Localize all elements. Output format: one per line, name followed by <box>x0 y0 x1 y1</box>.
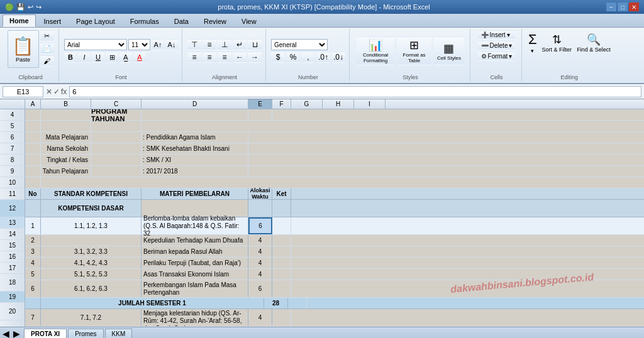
align-middle-button[interactable]: ≡ <box>203 39 216 50</box>
cell-d4[interactable] <box>142 109 248 120</box>
font-color-button[interactable]: A <box>133 52 146 63</box>
cell-ket-2[interactable] <box>272 235 291 246</box>
insert-cells-button[interactable]: ➕ Insert▾ <box>478 30 516 40</box>
paste-button[interactable]: 📋 Paste <box>8 30 39 68</box>
cell-no-2[interactable]: 2 <box>25 235 41 246</box>
cell-no-4[interactable]: 4 <box>25 258 41 268</box>
cell-materi-4[interactable]: Perilaku Terpuji (Taubat, dan Raja') <box>142 258 248 268</box>
font-size-select[interactable]: 11 <box>128 39 150 50</box>
cell-a6[interactable] <box>25 132 41 143</box>
cell-materi-7[interactable]: Menjaga kelestarian hidup (QS. Ar-Rūm: 4… <box>142 309 248 326</box>
tab-data[interactable]: Data <box>167 15 196 27</box>
cell-no-header[interactable]: No <box>25 188 41 199</box>
cell-standar-7[interactable]: 7.1, 7.2 <box>41 309 142 326</box>
cell-no-1[interactable]: 1 <box>25 217 41 234</box>
number-format-select[interactable]: General <box>271 39 328 50</box>
border-button[interactable]: ⊞ <box>106 52 118 63</box>
cell-d7-value[interactable]: : SMK Kesehatan Bhakti Insani <box>142 143 248 154</box>
cell-rest7[interactable] <box>248 143 644 154</box>
tab-view[interactable]: View <box>235 15 264 27</box>
cell-standar-6[interactable]: 6.1, 6.2, 6.3 <box>41 280 142 297</box>
cell-c6[interactable] <box>91 132 142 143</box>
cell-no-5[interactable]: 5 <box>25 269 41 280</box>
cell-a9[interactable] <box>25 166 41 177</box>
sheet-tab-prota[interactable]: PROTA XI <box>24 329 67 339</box>
percent-button[interactable]: % <box>286 52 300 63</box>
cell-materi-2[interactable]: Kepedulian Terhadap Kaum Dhuafa <box>142 235 248 246</box>
tab-formulas[interactable]: Formulas <box>123 15 166 27</box>
cell-a10[interactable] <box>25 177 41 188</box>
cell-rest16[interactable] <box>291 258 644 268</box>
indent-decrease-button[interactable]: ← <box>233 52 247 63</box>
cell-alokasi-7[interactable]: 4 <box>248 309 272 326</box>
cell-jumlah-value[interactable]: 28 <box>264 298 288 308</box>
cell-materi-1[interactable]: Berlomba-lomba dalam kebaikan (Q.S. Al B… <box>142 217 248 234</box>
cell-rest6[interactable] <box>248 132 644 143</box>
align-bottom-button[interactable]: ⊥ <box>218 39 231 50</box>
cell-ket-7[interactable] <box>272 309 291 326</box>
col-header-h[interactable]: H <box>323 99 354 109</box>
cell-rest12[interactable] <box>291 200 644 217</box>
cell-rest11[interactable] <box>291 188 644 199</box>
sheet-tab-kkm[interactable]: KKM <box>105 329 133 339</box>
cell-alokasi-4[interactable]: 4 <box>248 258 272 268</box>
align-top-button[interactable]: ⊤ <box>187 39 201 50</box>
decrease-decimal-button[interactable]: .0↓ <box>331 52 345 63</box>
format-as-table-button[interactable]: ⊞ Format as Table <box>397 36 431 65</box>
cell-rest10[interactable] <box>41 177 644 188</box>
confirm-formula-icon[interactable]: ✓ <box>53 87 60 96</box>
cell-jumlah-label[interactable]: JUMLAH SEMESTER 1 <box>41 298 264 308</box>
cell-reference-input[interactable] <box>3 86 43 97</box>
cell-a5[interactable] <box>25 121 41 131</box>
cell-c7[interactable] <box>91 143 142 154</box>
cell-alokasi-3[interactable]: 4 <box>248 246 272 257</box>
col-header-a[interactable]: A <box>25 99 41 109</box>
underline-button[interactable]: U <box>92 52 104 63</box>
cell-alokasi-1-selected[interactable]: 6 <box>248 217 272 234</box>
tab-page-layout[interactable]: Page Layout <box>69 15 122 27</box>
cell-standar-2[interactable] <box>41 235 142 246</box>
cell-b8-label[interactable]: Tingkat / Kelas <box>41 155 91 165</box>
cell-kompetensi-header[interactable]: KOMPETENSI DASAR <box>41 200 142 217</box>
col-header-d[interactable]: D <box>142 99 248 109</box>
minimize-button[interactable]: − <box>606 3 616 11</box>
cell-ket-1[interactable] <box>272 217 291 234</box>
copy-button[interactable]: 📄 <box>40 43 54 54</box>
fill-color-button[interactable]: A̲ <box>119 52 132 63</box>
cell-rest17[interactable] <box>291 269 644 280</box>
format-painter-button[interactable]: 🖌 <box>40 55 54 67</box>
increase-font-button[interactable]: A↑ <box>152 39 164 50</box>
quick-undo[interactable]: ↩ <box>28 3 33 11</box>
cell-rest18[interactable] <box>291 280 644 297</box>
autosum-button[interactable]: Σ▾ <box>527 30 538 55</box>
cell-standar-5[interactable]: 5.1, 5.2, 5.3 <box>41 269 142 280</box>
cell-c8[interactable] <box>91 155 142 165</box>
cell-ket-6[interactable] <box>272 280 291 297</box>
cell-rest13[interactable] <box>291 217 644 234</box>
cut-button[interactable]: ✂ <box>40 30 54 41</box>
cell-materi-6[interactable]: Perkembangan Islam Pada Masa Pertengahan <box>142 280 248 297</box>
cell-alokasi-header[interactable]: AlokasiWaktu <box>248 188 272 199</box>
quick-save[interactable]: 💾 <box>16 3 25 11</box>
bold-button[interactable]: B <box>64 52 77 63</box>
cell-materi-5[interactable]: Asas Transaksi Ekonomi Islam <box>142 269 248 280</box>
increase-decimal-button[interactable]: .0↑ <box>316 52 330 63</box>
cell-standar-4[interactable]: 4.1, 4.2, 4.3 <box>41 258 142 268</box>
wrap-text-button[interactable]: ↵ <box>233 39 247 50</box>
cell-a4[interactable] <box>25 109 41 120</box>
cell-ket-3[interactable] <box>272 246 291 257</box>
cell-b6-label[interactable]: Mata Pelajaran <box>41 132 91 143</box>
maximize-button[interactable]: □ <box>618 3 628 11</box>
col-header-e[interactable]: E <box>248 99 272 109</box>
formula-input[interactable] <box>69 86 641 97</box>
cell-b9-label[interactable]: Tahun Pelajaran <box>41 166 91 177</box>
insert-function-icon[interactable]: fx <box>61 87 67 96</box>
cell-a7[interactable] <box>25 143 41 154</box>
cell-ket-header[interactable]: Ket <box>272 188 291 199</box>
sheet-tab-promes[interactable]: Promes <box>68 329 103 339</box>
col-header-f[interactable]: F <box>272 99 291 109</box>
cell-alokasi-2[interactable]: 4 <box>248 235 272 246</box>
tab-home[interactable]: Home <box>3 14 36 27</box>
decrease-font-button[interactable]: A↓ <box>165 39 178 50</box>
cell-b5[interactable] <box>41 121 91 131</box>
